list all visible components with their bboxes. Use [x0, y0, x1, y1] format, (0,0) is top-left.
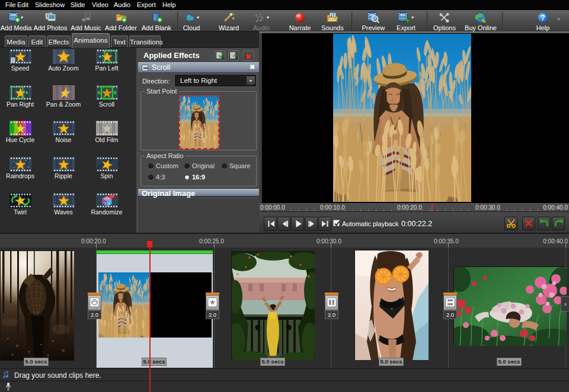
svg-text:?: ? — [541, 14, 545, 22]
